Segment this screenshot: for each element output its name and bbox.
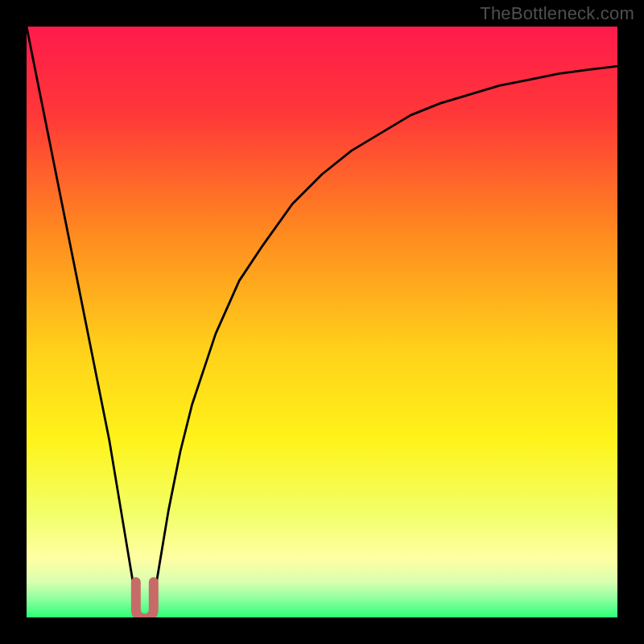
plot-area: [27, 27, 617, 617]
watermark-text: TheBottleneck.com: [480, 3, 634, 24]
chart-frame: TheBottleneck.com: [0, 0, 644, 644]
plot-svg: [27, 27, 617, 617]
gradient-background: [27, 27, 617, 617]
